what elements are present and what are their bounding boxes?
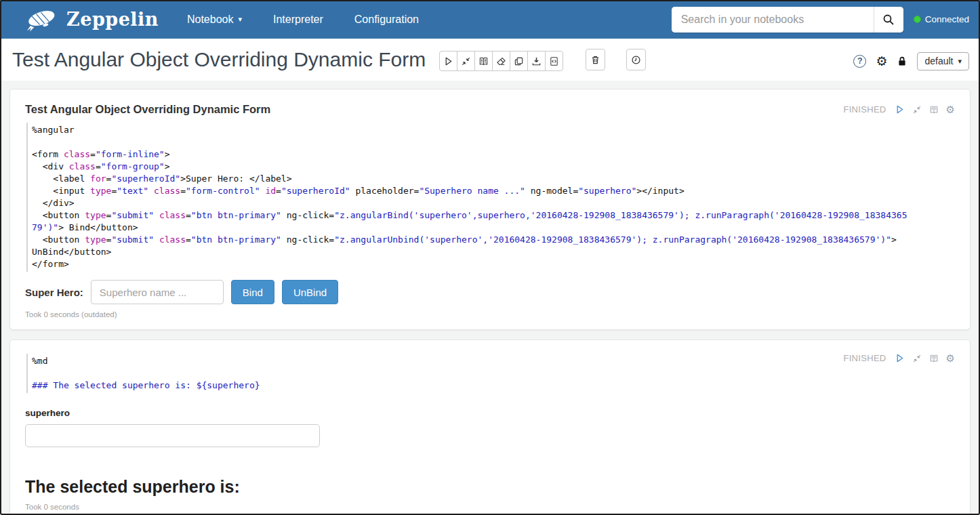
run-paragraph-icon[interactable] [895, 104, 905, 115]
clear-output-icon[interactable] [492, 51, 510, 71]
paragraph-settings-icon[interactable]: ⚙ [946, 104, 955, 115]
paragraph-settings-icon[interactable]: ⚙ [946, 353, 955, 363]
connection-label: Connected [925, 14, 969, 24]
superhero-field-label: superhero [25, 408, 955, 418]
interpreter-binding-button[interactable]: default ▾ [917, 52, 969, 70]
zeppelin-logo[interactable]: Zeppelin [23, 7, 159, 33]
settings-gear-icon[interactable]: ⚙ [876, 55, 887, 68]
collapse-paragraph-icon[interactable] [912, 354, 922, 363]
bind-button[interactable]: Bind [231, 280, 274, 304]
run-all-icon[interactable] [439, 51, 457, 71]
collapse-icon[interactable] [457, 51, 475, 71]
paragraph-status-bar: FINISHED ⚙ [843, 353, 955, 363]
note-toolbar [439, 51, 563, 71]
paragraph-markdown: FINISHED ⚙ %md ### The selected superher… [9, 339, 971, 515]
angular-output-form: Super Hero: Bind UnBind [25, 280, 955, 304]
status-badge: FINISHED [843, 104, 886, 115]
caret-down-icon: ▾ [238, 15, 242, 24]
search-icon [882, 14, 895, 26]
clone-note-icon[interactable] [510, 51, 528, 71]
status-badge: FINISHED [843, 353, 886, 363]
code-editor-angular[interactable]: %angular <form class="form-inline"> <div… [26, 123, 955, 272]
execution-time: Took 0 seconds (outdated) [25, 310, 955, 318]
superhero-name-input[interactable] [91, 280, 224, 304]
top-navbar: Zeppelin Notebook ▾ Interpreter Configur… [0, 0, 980, 39]
note-header: Test Angular Object Overriding Dynamic F… [0, 39, 980, 81]
nav-item-configuration[interactable]: Configuration [354, 14, 419, 26]
collapse-paragraph-icon[interactable] [912, 105, 922, 115]
delete-note-icon[interactable] [586, 49, 605, 70]
superhero-value-input[interactable] [25, 424, 320, 447]
caret-down-icon: ▾ [958, 57, 962, 66]
show-hide-code-icon[interactable] [474, 51, 493, 71]
show-editor-icon[interactable] [929, 105, 939, 115]
scheduler-clock-icon[interactable] [626, 49, 646, 70]
nav-item-notebook[interactable]: Notebook ▾ [187, 14, 242, 26]
unbind-button[interactable]: UnBind [282, 280, 338, 304]
connection-status: Connected [914, 14, 969, 24]
brand-name: Zeppelin [66, 9, 159, 30]
export-note-icon[interactable] [527, 51, 546, 71]
note-title[interactable]: Test Angular Object Overriding Dynamic F… [12, 48, 426, 71]
paragraph-status-bar: FINISHED ⚙ [843, 104, 955, 115]
lock-icon[interactable] [897, 56, 907, 67]
green-dot-icon [914, 16, 921, 23]
code-view-icon[interactable] [545, 51, 563, 71]
help-icon[interactable]: ? [853, 55, 866, 68]
notebook-search [672, 7, 903, 33]
main-nav: Notebook ▾ Interpreter Configuration [187, 14, 419, 26]
show-editor-icon[interactable] [929, 354, 939, 363]
run-paragraph-icon[interactable] [895, 353, 905, 363]
execution-time: Took 0 seconds [25, 503, 955, 511]
search-button[interactable] [874, 7, 903, 33]
paragraph-angular: Test Angular Object Overriding Dynamic F… [9, 89, 971, 330]
note-body: Test Angular Object Overriding Dynamic F… [0, 81, 980, 515]
superhero-label: Super Hero: [25, 287, 83, 298]
paragraph-title: Test Angular Object Overriding Dynamic F… [25, 103, 270, 116]
markdown-output: superhero The selected superhero is: [25, 408, 955, 497]
nav-item-interpreter[interactable]: Interpreter [273, 14, 323, 26]
selected-superhero-heading: The selected superhero is: [25, 477, 955, 497]
code-editor-markdown[interactable]: %md ### The selected superhero is: ${sup… [26, 354, 955, 393]
search-input[interactable] [672, 7, 874, 33]
zeppelin-airship-icon [23, 7, 60, 33]
